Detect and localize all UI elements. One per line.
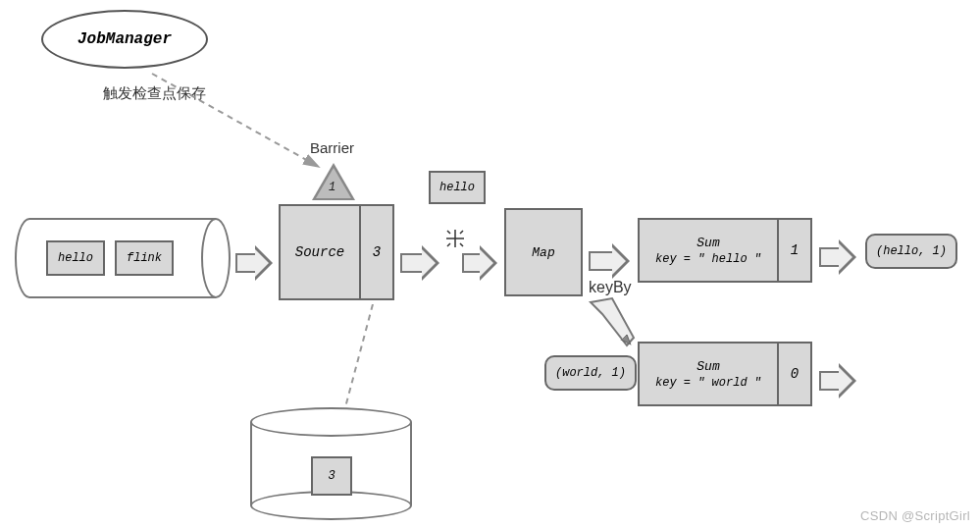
barrier-label: Barrier [310,139,354,156]
storage-cylinder: 3 [250,422,412,520]
arrow-map-sum2 [583,294,642,363]
out1-label: (hello, 1) [876,244,947,258]
sum-operator-world: Sum key = " world " 0 [638,342,812,406]
svg-marker-1 [591,298,634,345]
queue-item-label: flink [127,251,162,265]
arrow-sum1-out [819,239,856,275]
map-operator: Map [504,208,583,296]
out2-label: (world, 1) [555,366,626,380]
sum2-title: Sum [696,359,719,374]
arrow-map-sum1 [589,243,630,279]
svg-line-0 [152,74,319,167]
dashed-arrow-jobmanager [147,69,343,177]
storage-value-box: 3 [311,456,352,496]
source-label: Source [295,244,344,260]
queue-item: hello [46,240,105,276]
sum1-state: 1 [791,242,799,258]
sum1-key: key = " hello " [655,252,761,266]
sum2-key: key = " world " [655,376,761,390]
source-state: 3 [373,244,381,260]
arrow-source-map-2 [462,245,497,281]
storage-value: 3 [328,469,335,483]
arrow-source-map [400,245,439,281]
output-record-2: (world, 1) [544,355,637,391]
arrow-sum2-out [819,363,856,398]
output-record-1: (hello, 1) [865,234,957,269]
queue-item-label: hello [58,251,93,265]
inflight-record: hello [429,171,486,204]
source-operator: Source 3 [279,204,394,300]
input-queue-cylinder: hello flink [15,218,231,298]
sum1-title: Sum [696,236,719,250]
sum2-state: 0 [791,366,799,382]
barrier-triangle: 1 [312,163,355,200]
jobmanager-label: JobManager [77,30,172,48]
arrow-queue-source [235,245,273,281]
queue-item: flink [115,240,174,276]
inflight-label: hello [439,181,475,194]
watermark: CSDN @ScriptGirl [860,508,970,523]
jobmanager-node: JobManager [41,10,208,69]
barrier-id: 1 [329,181,335,194]
map-label: Map [532,245,554,260]
sum-operator-hello: Sum key = " hello " 1 [638,218,812,283]
